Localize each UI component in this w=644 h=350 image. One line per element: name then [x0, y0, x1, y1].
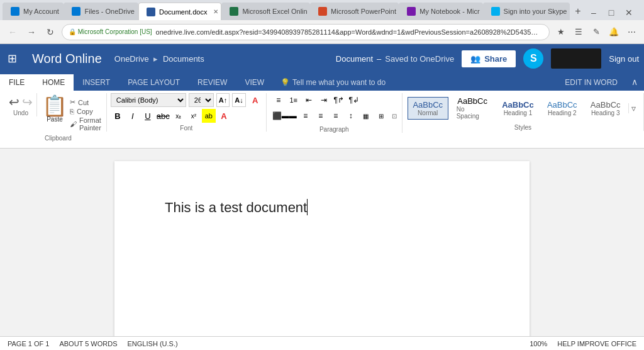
bookmark-icon[interactable]: ★ [553, 25, 569, 40]
back-button[interactable]: ← [5, 25, 20, 40]
redo-button[interactable]: ↪ [22, 96, 33, 108]
tab-page-layout-label: PAGE LAYOUT [128, 78, 180, 87]
styles-expand-button[interactable]: ▿ [628, 103, 638, 113]
sign-out-button[interactable]: Sign out [609, 54, 639, 64]
underline-button[interactable]: U [141, 109, 155, 123]
status-help[interactable]: HELP IMPROVE OFFICE [557, 340, 636, 347]
more-icon[interactable]: ⋯ [624, 25, 639, 40]
font-name-select[interactable]: Calibri (Body) [111, 93, 186, 107]
document-content[interactable]: This is a test document [165, 199, 479, 216]
text-highlight-button[interactable]: ab [202, 109, 216, 123]
paragraph-expand-icon[interactable]: ⊡ [392, 113, 397, 120]
paste-button[interactable]: 📋 Paste [42, 96, 67, 132]
align-center-button[interactable]: ≡ [299, 109, 313, 123]
tab-excel[interactable]: Microsoft Excel Onlin [221, 3, 310, 20]
restore-button[interactable]: □ [604, 5, 619, 20]
status-language: ENGLISH (U.S.) [128, 340, 178, 347]
user-avatar[interactable] [551, 48, 601, 69]
paragraph-group: ≡ 1≡ ⇤ ⇥ ¶↱ ¶↲ ⬛▬▬ ≡ ≡ ≡ ↕ ▦ ⊞ ⊡ Pa [267, 93, 402, 133]
style-heading2[interactable]: AaBbCc Heading 2 [541, 97, 582, 120]
address-box[interactable]: 🔒 Microsoft Corporation [US] onedrive.li… [62, 24, 550, 40]
font-size-select[interactable]: 26 [189, 93, 214, 107]
copy-button[interactable]: ⎘ Copy [70, 108, 101, 115]
shading-button[interactable]: ▦ [359, 109, 373, 123]
tab-skype[interactable]: Sign into your Skype [483, 3, 570, 20]
tell-me-box[interactable]: 💡 Tell me what you want to do [273, 74, 557, 91]
para-row-1: ≡ 1≡ ⇤ ⇥ ¶↱ ¶↲ [272, 93, 397, 107]
format-painter-button[interactable]: 🖌 Format Painter [70, 116, 101, 132]
italic-button[interactable]: I [126, 109, 140, 123]
menu-icon[interactable]: ☰ [571, 25, 586, 40]
font-color-highlight-button[interactable]: A [248, 93, 262, 107]
breadcrumb-drive[interactable]: OneDrive [114, 54, 149, 64]
align-right-button[interactable]: ≡ [314, 109, 328, 123]
skype-button[interactable]: S [523, 48, 543, 69]
ltr-button[interactable]: ¶↱ [332, 93, 346, 107]
notification-icon[interactable]: 🔔 [606, 25, 621, 40]
tab-label-onenote: My Notebook - Micr [419, 8, 479, 15]
share-button[interactable]: 👥 Share [462, 50, 516, 67]
document-title: Document [336, 54, 373, 64]
bold-button[interactable]: B [111, 109, 125, 123]
edit-in-word[interactable]: EDIT IN WORD [557, 74, 625, 91]
font-color-button[interactable]: A [217, 109, 231, 123]
strikethrough-button[interactable]: abc [156, 109, 170, 123]
cut-icon: ✂ [70, 98, 75, 106]
tab-label-ppt: Microsoft PowerPoint [331, 8, 396, 15]
style-heading3[interactable]: AaBbCc Heading 3 [585, 97, 626, 120]
tab-view[interactable]: VIEW [236, 73, 273, 91]
tab-label-skype: Sign into your Skype [504, 8, 567, 15]
tab-powerpoint[interactable]: Microsoft PowerPoint [310, 3, 399, 20]
ribbon-body: ↩ ↪ Undo 📋 Paste ✂ Cut ⎘ [0, 91, 644, 148]
edit-icon[interactable]: ✎ [589, 25, 604, 40]
undo-button[interactable]: ↩ [9, 96, 19, 108]
rtl-button[interactable]: ¶↲ [347, 93, 361, 107]
document-area[interactable]: This is a test document [0, 149, 644, 336]
tab-home[interactable]: HOME [33, 73, 74, 91]
font-grow-button[interactable]: A↑ [216, 93, 230, 107]
tab-onenote[interactable]: My Notebook - Micr [399, 3, 482, 20]
borders-button[interactable]: ⊞ [374, 109, 388, 123]
tab-close-document[interactable]: ✕ [213, 8, 218, 15]
tab-review[interactable]: REVIEW [189, 73, 236, 91]
style-normal[interactable]: AaBbCc Normal [408, 97, 448, 120]
breadcrumb-sep: ▸ [153, 54, 158, 64]
align-left-button[interactable]: ⬛▬▬ [272, 109, 297, 123]
line-spacing-button[interactable]: ↕ [344, 109, 358, 123]
close-button[interactable]: ✕ [621, 5, 636, 20]
tab-insert[interactable]: INSERT [74, 73, 119, 91]
status-page: PAGE 1 OF 1 [8, 340, 49, 347]
cut-button[interactable]: ✂ Cut [70, 98, 101, 106]
app-grid-icon[interactable]: ⊞ [5, 49, 19, 68]
tab-file[interactable]: FILE [0, 73, 33, 91]
tab-label-document: Document.docx [159, 8, 207, 16]
bullets-button[interactable]: ≡ [272, 93, 286, 107]
address-bar-row: ← → ↻ 🔒 Microsoft Corporation [US] onedr… [0, 20, 644, 44]
breadcrumb-folder[interactable]: Documents [163, 54, 204, 64]
tab-bar: My Account Files - OneDrive Document.doc… [0, 0, 644, 20]
numbering-button[interactable]: 1≡ [287, 93, 301, 107]
tab-my-account[interactable]: My Account [3, 3, 64, 20]
decrease-indent-button[interactable]: ⇤ [302, 93, 316, 107]
new-tab-button[interactable]: + [570, 3, 586, 20]
style-heading3-label: Heading 3 [591, 110, 620, 116]
styles-group-label: Styles [408, 124, 638, 131]
refresh-button[interactable]: ↻ [43, 25, 58, 40]
subscript-button[interactable]: x₂ [172, 109, 186, 123]
minimize-button[interactable]: – [586, 5, 601, 20]
tab-document-docx[interactable]: Document.docx ✕ [138, 3, 221, 20]
style-no-spacing[interactable]: AaBbCc No Spacing [451, 93, 494, 123]
ribbon-collapse-button[interactable]: ∧ [625, 73, 644, 91]
lightbulb-icon: 💡 [280, 78, 290, 87]
style-heading1[interactable]: AaBbCc Heading 1 [497, 97, 540, 120]
tab-label-my-account: My Account [23, 8, 59, 15]
forward-button[interactable]: → [24, 25, 39, 40]
increase-indent-button[interactable]: ⇥ [317, 93, 331, 107]
justify-button[interactable]: ≡ [329, 109, 343, 123]
tab-favicon-document [147, 8, 155, 16]
superscript-button[interactable]: x² [187, 109, 201, 123]
status-zoom[interactable]: 100% [530, 340, 547, 347]
tab-page-layout[interactable]: PAGE LAYOUT [119, 73, 189, 91]
font-shrink-button[interactable]: A↓ [232, 93, 245, 107]
tab-files-onedrive[interactable]: Files - OneDrive [64, 3, 138, 20]
